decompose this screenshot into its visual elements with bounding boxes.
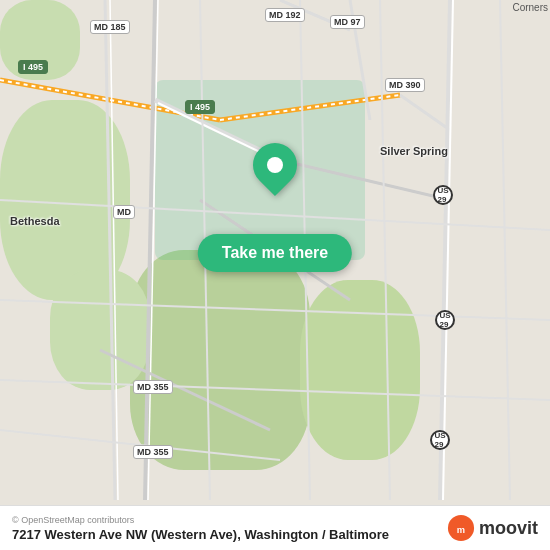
map-container: Bethesda Silver Spring Corners I 495 I 4… (0, 0, 550, 550)
take-me-there-button[interactable]: Take me there (198, 234, 352, 272)
location-pin (253, 143, 297, 187)
md390-badge: MD 390 (385, 78, 425, 92)
copyright-text: © OpenStreetMap contributors (12, 515, 389, 525)
info-bar: © OpenStreetMap contributors 7217 Wester… (0, 505, 550, 550)
pin-inner-circle (267, 157, 283, 173)
md355-badge-1: MD 355 (133, 380, 173, 394)
md-badge: MD (113, 205, 135, 219)
svg-line-25 (500, 0, 510, 500)
moovit-logo: m moovit (447, 514, 538, 542)
us29-badge-1: US 29 (433, 185, 453, 205)
svg-line-20 (0, 380, 550, 400)
svg-line-12 (400, 95, 450, 130)
md355-badge-2: MD 355 (133, 445, 173, 459)
svg-text:m: m (457, 525, 465, 535)
i495-badge-2: I 495 (185, 100, 215, 114)
corner-label: Corners (512, 2, 548, 13)
moovit-text: moovit (479, 518, 538, 539)
address-text: 7217 Western Ave NW (Western Ave), Washi… (12, 527, 389, 542)
md97-badge: MD 97 (330, 15, 365, 29)
svg-line-15 (100, 350, 270, 430)
svg-line-19 (0, 300, 550, 320)
md192-badge: MD 192 (265, 8, 305, 22)
silver-spring-label: Silver Spring (380, 145, 448, 157)
svg-line-17 (280, 160, 450, 200)
us29-badge-3: US 29 (430, 430, 450, 450)
bethesda-label: Bethesda (10, 215, 60, 227)
svg-line-18 (0, 200, 550, 230)
i495-badge-1: I 495 (18, 60, 48, 74)
address-section: © OpenStreetMap contributors 7217 Wester… (12, 515, 389, 542)
us29-badge-2: US 29 (435, 310, 455, 330)
moovit-logo-icon: m (447, 514, 475, 542)
svg-line-3 (220, 95, 400, 120)
svg-line-24 (380, 0, 390, 500)
md185-badge: MD 185 (90, 20, 130, 34)
